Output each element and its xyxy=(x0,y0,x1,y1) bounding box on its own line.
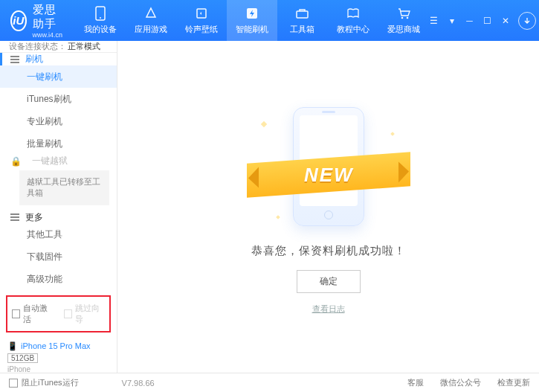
book-icon xyxy=(346,6,361,21)
nav-label: 应用游戏 xyxy=(135,24,167,35)
device-name[interactable]: 📱 iPhone 15 Pro Max xyxy=(7,341,109,351)
app-subtitle: www.i4.cn xyxy=(33,31,68,39)
footer-link-update[interactable]: 检查更新 xyxy=(497,377,530,388)
window-controls: ☰ ▾ ─ ☐ ✕ xyxy=(429,12,539,30)
sidebar-item-advanced[interactable]: 高级功能 xyxy=(0,269,117,291)
section-icon xyxy=(10,56,19,63)
device-status: 设备连接状态： 正常模式 xyxy=(0,41,117,53)
close-button[interactable]: ✕ xyxy=(500,16,511,26)
checkbox-block-itunes[interactable]: 阻止iTunes运行 xyxy=(9,377,79,388)
main-content: NEW 恭喜您，保资料刷机成功啦！ 确定 查看日志 xyxy=(117,41,539,373)
status-value: 正常模式 xyxy=(68,41,100,52)
nav-label: 我的设备 xyxy=(84,24,117,35)
svg-point-1 xyxy=(100,17,101,19)
svg-point-5 xyxy=(401,17,403,19)
device-info: 📱 iPhone 15 Pro Max 512GB iPhone xyxy=(0,337,117,379)
ok-button[interactable]: 确定 xyxy=(297,270,361,293)
title-bar: iU 爱思助手 www.i4.cn 我的设备 应用游戏 铃声壁纸 智能刷机 工具… xyxy=(0,0,539,41)
nav-label: 智能刷机 xyxy=(236,24,268,35)
section-icon xyxy=(10,213,19,221)
nav-apps-games[interactable]: 应用游戏 xyxy=(126,0,176,41)
checkbox-label: 跳过向导 xyxy=(75,303,105,325)
download-icon[interactable] xyxy=(518,12,536,30)
nav-toolbox[interactable]: 工具箱 xyxy=(277,0,328,41)
svg-point-6 xyxy=(406,17,408,19)
options-highlight-box: 自动激活 跳过向导 xyxy=(6,295,111,332)
apps-icon xyxy=(143,6,158,21)
top-nav: 我的设备 应用游戏 铃声壁纸 智能刷机 工具箱 教程中心 爱思商城 xyxy=(75,0,429,41)
lock-icon: 🔒 xyxy=(10,156,22,167)
success-illustration: NEW xyxy=(247,100,410,234)
footer-link-support[interactable]: 客服 xyxy=(407,377,424,388)
sidebar-item-download-fw[interactable]: 下载固件 xyxy=(0,246,117,269)
footer-link-wechat[interactable]: 微信公众号 xyxy=(440,377,481,388)
flash-icon xyxy=(245,6,259,21)
sidebar-item-pro-flash[interactable]: 专业刷机 xyxy=(0,110,117,132)
status-label: 设备连接状态： xyxy=(9,41,66,52)
new-ribbon: NEW xyxy=(247,152,410,197)
toolbox-icon xyxy=(295,6,310,21)
device-phone-icon: 📱 xyxy=(7,341,18,351)
cart-icon xyxy=(396,6,411,21)
device-capacity: 512GB xyxy=(7,353,38,363)
nav-label: 工具箱 xyxy=(290,24,314,35)
device-type: iPhone xyxy=(7,365,109,373)
section-title: 一键越狱 xyxy=(32,155,68,167)
section-title: 刷机 xyxy=(25,53,43,65)
sidebar-item-other-tools[interactable]: 其他工具 xyxy=(0,224,117,246)
view-log-link[interactable]: 查看日志 xyxy=(312,303,345,315)
section-title: 更多 xyxy=(25,211,43,224)
phone-icon xyxy=(93,6,108,21)
maximize-button[interactable]: ☐ xyxy=(482,16,493,26)
nav-flash[interactable]: 智能刷机 xyxy=(227,0,277,41)
brand: iU 爱思助手 www.i4.cn xyxy=(0,3,75,39)
nav-mall[interactable]: 爱思商城 xyxy=(378,0,429,41)
nav-my-device[interactable]: 我的设备 xyxy=(75,0,126,41)
sidebar-item-batch-flash[interactable]: 批量刷机 xyxy=(0,132,117,155)
checkbox-label: 阻止iTunes运行 xyxy=(22,377,79,388)
checkbox-skip-guide[interactable]: 跳过向导 xyxy=(64,303,106,325)
nav-label: 铃声壁纸 xyxy=(185,24,218,35)
section-jailbreak[interactable]: 🔒 一键越狱 xyxy=(0,155,117,167)
ringtone-icon xyxy=(194,6,209,21)
menu-icon[interactable]: ☰ xyxy=(429,16,439,26)
skin-icon[interactable]: ▾ xyxy=(447,16,457,26)
sidebar-item-itunes-flash[interactable]: iTunes刷机 xyxy=(0,88,117,110)
checkbox-auto-activate[interactable]: 自动激活 xyxy=(12,303,54,325)
section-more[interactable]: 更多 xyxy=(0,211,117,224)
svg-rect-4 xyxy=(297,11,308,18)
jailbreak-note: 越狱工具已转移至工具箱 xyxy=(19,170,109,205)
minimize-button[interactable]: ─ xyxy=(465,16,475,26)
app-logo-icon: iU xyxy=(10,10,27,31)
nav-ringtones[interactable]: 铃声壁纸 xyxy=(176,0,227,41)
app-title: 爱思助手 xyxy=(33,3,68,31)
version-label: V7.98.66 xyxy=(122,379,155,388)
nav-tutorials[interactable]: 教程中心 xyxy=(328,0,378,41)
section-flash[interactable]: 刷机 xyxy=(0,53,117,65)
checkbox-label: 自动激活 xyxy=(23,303,53,325)
success-message: 恭喜您，保资料刷机成功啦！ xyxy=(251,244,406,258)
sidebar: 设备连接状态： 正常模式 刷机 一键刷机 iTunes刷机 专业刷机 批量刷机 … xyxy=(0,41,117,373)
nav-label: 教程中心 xyxy=(337,24,369,35)
sidebar-item-oneclick-flash[interactable]: 一键刷机 xyxy=(0,65,117,88)
nav-label: 爱思商城 xyxy=(387,24,420,35)
